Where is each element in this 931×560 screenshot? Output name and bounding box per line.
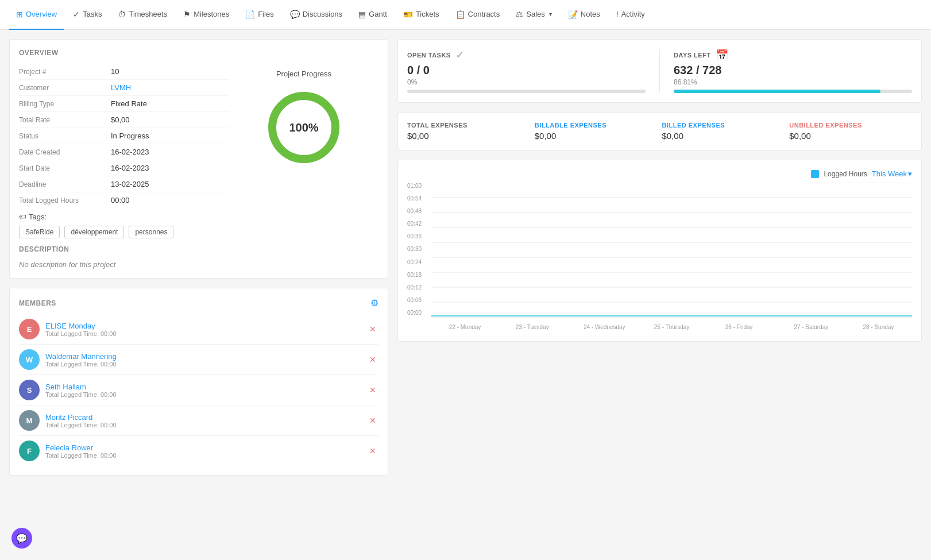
- chart-container: 01:00 00:54 00:48 00:42 00:36 00:30 00:2…: [407, 183, 912, 332]
- description-section: DESCRIPTION No description for this proj…: [19, 245, 378, 269]
- open-tasks-pct: 0%: [407, 78, 646, 86]
- y-label-0: 01:00: [407, 183, 431, 189]
- unbilled-expenses-label: UNBILLED EXPENSES: [789, 122, 912, 129]
- remove-member-waldemar[interactable]: ✕: [367, 353, 378, 366]
- days-left-label: DAYS LEFT: [674, 52, 711, 59]
- contract-icon: 📋: [455, 10, 465, 19]
- remove-member-elise[interactable]: ✕: [367, 322, 378, 336]
- member-seth: S Seth Hallam Total Logged Time: 00:00 ✕: [19, 375, 378, 405]
- nav-timesheets[interactable]: ⏱ Timesheets: [111, 0, 174, 30]
- calendar-icon: 📅: [716, 49, 729, 61]
- unbilled-expenses-value: $0,00: [789, 131, 912, 141]
- field-total-logged-hours: Total Logged Hours 00:00: [19, 192, 229, 208]
- days-left-value: 632 / 728: [674, 64, 912, 77]
- avatar-elise: E: [19, 319, 40, 339]
- member-info-moritz: Moritz Piccard Total Logged Time: 00:00: [45, 413, 367, 428]
- nav-files[interactable]: 📄 Files: [238, 0, 280, 30]
- legend-dot: [811, 170, 819, 178]
- remove-member-felecia[interactable]: ✕: [367, 444, 378, 458]
- billable-expenses-col: BILLABLE EXPENSES $0,00: [535, 122, 658, 141]
- nav-milestones[interactable]: ⚑ Milestones: [176, 0, 236, 30]
- member-info-elise: ELISE Monday Total Logged Time: 00:00: [45, 322, 367, 337]
- chart-plot-area: 22 - Monday 23 - Tuesday 24 - Wednesday …: [431, 183, 912, 332]
- tag-saferide[interactable]: SafeRide: [19, 226, 60, 238]
- member-name-moritz[interactable]: Moritz Piccard: [45, 413, 367, 422]
- nav-tasks[interactable]: ✓ Tasks: [66, 0, 109, 30]
- avatar-felecia: F: [19, 441, 40, 461]
- overview-card: OVERVIEW Project # 10 Customer LVMH Bill…: [9, 39, 388, 279]
- nav-gantt[interactable]: ▤ Gantt: [351, 0, 394, 30]
- progress-value: 100%: [289, 121, 318, 134]
- total-expenses-col: TOTAL EXPENSES $0,00: [407, 122, 530, 141]
- ticket-icon: 🎫: [403, 10, 413, 19]
- right-panel: OPEN TASKS ✓ 0 / 0 0% DAYS LEFT 📅 632 / …: [397, 39, 922, 551]
- description-text: No description for this project: [19, 260, 378, 269]
- chat-button[interactable]: 💬: [11, 528, 32, 549]
- tags-section: 🏷 Tags: SafeRide développement personnes: [19, 213, 378, 238]
- tags-container: SafeRide développement personnes: [19, 226, 378, 238]
- avatar-moritz: M: [19, 410, 40, 431]
- chevron-down-icon: ▾: [549, 11, 552, 17]
- total-expenses-label: TOTAL EXPENSES: [407, 122, 530, 129]
- billed-expenses-label: BILLED EXPENSES: [662, 122, 785, 129]
- nav-overview[interactable]: ⊞ Overview: [9, 0, 64, 30]
- billed-expenses-col: BILLED EXPENSES $0,00: [662, 122, 785, 141]
- member-time-elise: Total Logged Time: 00:00: [45, 330, 367, 337]
- days-left-progress-fill: [674, 90, 880, 93]
- stat-divider: [659, 49, 660, 93]
- open-tasks-value: 0 / 0: [407, 64, 646, 77]
- grid-icon: ⊞: [16, 10, 23, 19]
- field-total-rate: Total Rate $0,00: [19, 112, 229, 128]
- y-label-2: 00:48: [407, 208, 431, 214]
- days-left-stat: DAYS LEFT 📅 632 / 728 86.81%: [674, 49, 912, 93]
- member-time-felecia: Total Logged Time: 00:00: [45, 452, 367, 459]
- legend-label: Logged Hours: [824, 170, 867, 178]
- left-panel: OVERVIEW Project # 10 Customer LVMH Bill…: [9, 39, 388, 551]
- svg-text:22 - Monday: 22 - Monday: [449, 324, 481, 330]
- nav-tickets[interactable]: 🎫 Tickets: [396, 0, 446, 30]
- billable-expenses-value: $0,00: [535, 131, 658, 141]
- nav-notes[interactable]: 📝 Notes: [561, 0, 607, 30]
- notes-icon: 📝: [568, 10, 578, 19]
- member-name-waldemar[interactable]: Waldemar Mannering: [45, 352, 367, 361]
- info-content: Project # 10 Customer LVMH Billing Type …: [19, 64, 378, 208]
- member-felecia: F Felecia Rower Total Logged Time: 00:00…: [19, 436, 378, 466]
- nav-activity[interactable]: ! Activity: [609, 0, 652, 30]
- billable-expenses-label: BILLABLE EXPENSES: [535, 122, 658, 129]
- progress-title: Project Progress: [276, 69, 331, 78]
- remove-member-seth[interactable]: ✕: [367, 383, 378, 397]
- field-billing-type: Billing Type Fixed Rate: [19, 96, 229, 112]
- members-title: MEMBERS: [19, 299, 56, 307]
- tasks-stats-card: OPEN TASKS ✓ 0 / 0 0% DAYS LEFT 📅 632 / …: [397, 39, 922, 103]
- y-label-9: 00:06: [407, 297, 431, 303]
- billed-expenses-value: $0,00: [662, 131, 785, 141]
- activity-icon: !: [616, 10, 619, 19]
- tag-developpement[interactable]: développement: [64, 226, 124, 238]
- tag-personnes[interactable]: personnes: [129, 226, 173, 238]
- y-label-8: 00:12: [407, 284, 431, 291]
- svg-text:23 - Tuesday: 23 - Tuesday: [516, 324, 549, 330]
- svg-text:27 - Saturday: 27 - Saturday: [794, 324, 828, 330]
- member-info-seth: Seth Hallam Total Logged Time: 00:00: [45, 383, 367, 398]
- member-name-elise[interactable]: ELISE Monday: [45, 322, 367, 330]
- customer-link[interactable]: LVMH: [111, 83, 131, 92]
- member-waldemar: W Waldemar Mannering Total Logged Time: …: [19, 345, 378, 375]
- nav-discussions[interactable]: 💬 Discussions: [283, 0, 349, 30]
- open-tasks-label: OPEN TASKS: [407, 52, 451, 59]
- expenses-grid: TOTAL EXPENSES $0,00 BILLABLE EXPENSES $…: [407, 122, 912, 141]
- member-time-moritz: Total Logged Time: 00:00: [45, 422, 367, 428]
- member-elise: E ELISE Monday Total Logged Time: 00:00 …: [19, 314, 378, 345]
- y-label-3: 00:42: [407, 221, 431, 227]
- svg-text:24 - Wednesday: 24 - Wednesday: [584, 324, 625, 330]
- members-settings-icon[interactable]: ⚙: [370, 298, 378, 308]
- member-time-waldemar: Total Logged Time: 00:00: [45, 361, 367, 368]
- y-label-4: 00:36: [407, 233, 431, 240]
- nav-contracts[interactable]: 📋 Contracts: [449, 0, 507, 30]
- member-name-seth[interactable]: Seth Hallam: [45, 383, 367, 391]
- this-week-button[interactable]: This Week ▾: [872, 169, 912, 178]
- y-axis: 01:00 00:54 00:48 00:42 00:36 00:30 00:2…: [407, 183, 431, 332]
- remove-member-moritz[interactable]: ✕: [367, 414, 378, 427]
- member-name-felecia[interactable]: Felecia Rower: [45, 443, 367, 452]
- nav-sales[interactable]: ⚖ Sales ▾: [509, 0, 559, 30]
- field-deadline: Deadline 13-02-2025: [19, 176, 229, 192]
